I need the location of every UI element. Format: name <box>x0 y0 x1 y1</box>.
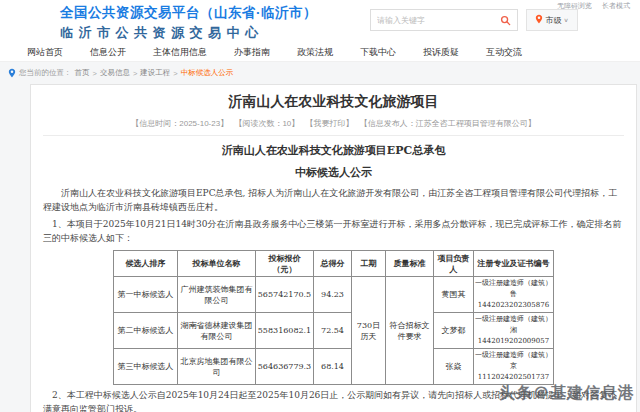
site-header: 无障碍浏览 长者模式 全国公共资源交易平台（山东省·临沂市） 临沂市公共资源交易… <box>0 0 640 44</box>
main-nav: 网站首页 信息公开 主体信用信息 办事指南 政策法规 下载中心 投诉质疑 互动交… <box>0 44 640 62</box>
col-header-score: 总得分 <box>314 251 352 277</box>
page-title: 沂南山人在农业科技文化旅游项目 <box>43 93 624 109</box>
table-row: 第三中标候选人 北京房地集团有限公司 564636779.3 68.14 张焱 … <box>114 349 554 385</box>
cell-cert: 一级注册建造师（建筑） 湘 1442019202009057 <box>474 313 554 349</box>
cell-score: 72.54 <box>314 313 352 349</box>
cert-title: 一级注册建造师（建筑） <box>475 278 552 289</box>
search-icon[interactable] <box>500 15 511 26</box>
cell-cert: 一级注册建造师（建筑） 鲁 1442023202305876 <box>474 277 554 313</box>
paragraph-project-overview: 沂南山人在农业科技文化旅游项目EPC总承包, 招标人为沂南山人在文化旅游开发有限… <box>43 186 624 214</box>
center-title: 临沂市公共资源交易中心 <box>60 24 317 42</box>
nav-item-home[interactable]: 网站首页 <box>27 46 63 59</box>
chevron-down-icon: ∨ <box>563 17 568 23</box>
nav-item-credit-info[interactable]: 主体信用信息 <box>153 46 207 59</box>
site-brand: 全国公共资源交易平台（山东省·临沂市） 临沂市公共资源交易中心 <box>60 4 317 42</box>
col-header-duration: 工期 <box>352 251 386 277</box>
candidates-table: 候选人排序 投标单位名称 投标报价 （元） 总得分 工期 质量标准 项目负责人 … <box>113 250 554 385</box>
cell-rank: 第三中标候选人 <box>114 349 178 385</box>
paragraph-bid-opening: 1、本项目于2025年10月21日14时30分在沂南县政务服务中心三楼第一开标室… <box>43 217 624 245</box>
nav-item-policies[interactable]: 政策法规 <box>297 46 333 59</box>
breadcrumb-pin-icon <box>8 68 16 78</box>
cell-quality-merged: 符合招标文件要求 <box>386 277 434 385</box>
col-header-quality: 质量标准 <box>386 251 434 277</box>
cell-price: 564636779.3 <box>256 349 314 385</box>
breadcrumb-prefix: 您当前的位置： <box>19 68 72 78</box>
nav-item-download-center[interactable]: 下载中心 <box>360 46 396 59</box>
breadcrumb-current: 中标候选人公示 <box>181 68 234 78</box>
breadcrumb-separator: > <box>133 69 137 78</box>
cell-cert: 一级注册建造师（建筑） 京1112024202501737 <box>474 349 554 385</box>
meta-view-count: 【阅读次数：10】 <box>234 119 299 128</box>
article-meta: 【信息时间：2025-10-23】 【阅读次数：10】 【我要打印】 【信息发布… <box>43 119 624 136</box>
search-input[interactable] <box>377 16 500 25</box>
nav-item-complaints[interactable]: 投诉质疑 <box>423 46 459 59</box>
breadcrumb-separator: > <box>93 69 97 78</box>
col-header-rank: 候选人排序 <box>114 251 178 277</box>
cell-price: 558316082.1 <box>256 313 314 349</box>
cell-company: 北京房地集团有限公司 <box>178 349 256 385</box>
cert-number: 湘 1442019202009057 <box>475 325 552 347</box>
col-header-manager: 项目负责人 <box>434 251 474 277</box>
cell-manager: 黄国其 <box>434 277 474 313</box>
col-header-price: 投标报价 （元） <box>256 251 314 277</box>
cell-rank: 第一中标候选人 <box>114 277 178 313</box>
print-link[interactable]: 【我要打印】 <box>306 119 354 128</box>
breadcrumb-construction[interactable]: 建设工程 <box>140 68 170 78</box>
article-card: 沂南山人在农业科技文化旅游项目 【信息时间：2025-10-23】 【阅读次数：… <box>30 84 637 412</box>
cert-number: 京1112024202501737 <box>475 361 552 383</box>
cell-company: 广州建筑装饰集团有限公司 <box>178 277 256 313</box>
cell-company: 湖南省德林建设集团有限公司 <box>178 313 256 349</box>
cell-manager: 文梦都 <box>434 313 474 349</box>
nav-item-info-disclosure[interactable]: 信息公开 <box>90 46 126 59</box>
table-row: 第一中标候选人 广州建筑装饰集团有限公司 565742170.5 94.23 7… <box>114 277 554 313</box>
col-header-cert: 注册专业及证书编号 <box>474 251 554 277</box>
article-subtitle-announcement: 中标候选人公示 <box>43 166 624 179</box>
meta-publish-time: 【信息时间：2025-10-23】 <box>131 119 228 128</box>
platform-title: 全国公共资源交易平台（山东省·临沂市） <box>60 4 317 22</box>
region-label: 市级 <box>545 15 561 26</box>
cell-score: 94.23 <box>314 277 352 313</box>
cell-manager: 张焱 <box>434 349 474 385</box>
search-area: 市级 ∨ <box>370 9 578 31</box>
location-pin-icon <box>535 14 543 26</box>
article-subtitle-project: 沂南山人在农业科技文化旅游项目EPC总承包 <box>43 144 624 157</box>
search-box <box>370 9 518 31</box>
cert-title: 一级注册建造师（建筑） <box>475 350 552 361</box>
watermark: 头条＠基建信息港 <box>499 383 635 404</box>
table-row: 第二中标候选人 湖南省德林建设集团有限公司 558316082.1 72.54 … <box>114 313 554 349</box>
cert-number: 鲁 1442023202305876 <box>475 289 552 311</box>
cert-title: 一级注册建造师（建筑） <box>475 314 552 325</box>
cell-duration-merged: 730日历天 <box>352 277 386 385</box>
col-header-company: 投标单位名称 <box>178 251 256 277</box>
elder-mode-link[interactable]: 长者模式 <box>602 1 630 11</box>
region-selector[interactable]: 市级 ∨ <box>526 9 578 31</box>
cell-rank: 第二中标候选人 <box>114 313 178 349</box>
breadcrumb: 您当前的位置： 首页 > 交易信息 > 建设工程 > 中标候选人公示 <box>0 62 640 84</box>
table-header-row: 候选人排序 投标单位名称 投标报价 （元） 总得分 工期 质量标准 项目负责人 … <box>114 251 554 277</box>
nav-item-interaction[interactable]: 互动交流 <box>486 46 522 59</box>
cell-price: 565742170.5 <box>256 277 314 313</box>
nav-item-service-guide[interactable]: 办事指南 <box>234 46 270 59</box>
cell-score: 68.14 <box>314 349 352 385</box>
breadcrumb-trade-info[interactable]: 交易信息 <box>100 68 130 78</box>
breadcrumb-home[interactable]: 首页 <box>75 68 90 78</box>
meta-publisher: 【信息发布人：江苏全咨工程项目管理有限公司】 <box>360 119 536 128</box>
breadcrumb-separator: > <box>173 69 177 78</box>
